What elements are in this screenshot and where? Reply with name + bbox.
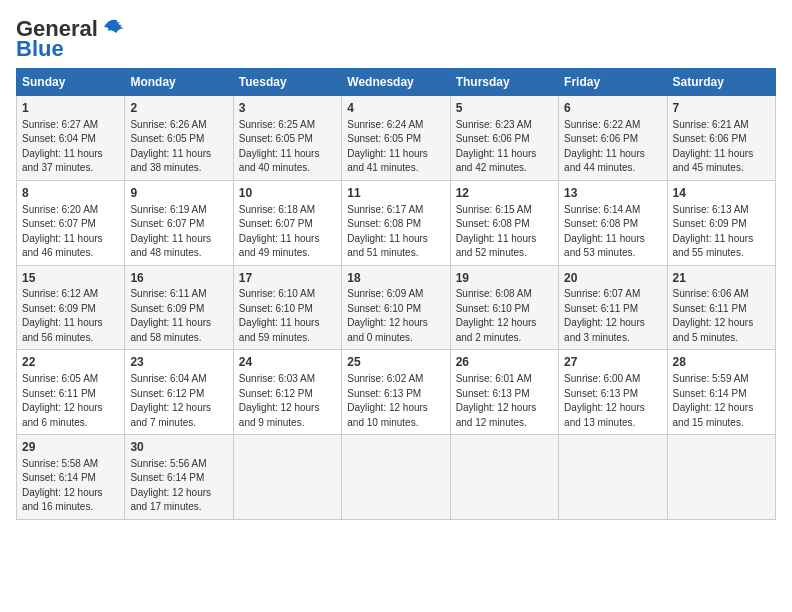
day-number: 1 [22,100,119,117]
calendar-day-cell: 6Sunrise: 6:22 AM Sunset: 6:06 PM Daylig… [559,96,667,181]
calendar-day-cell [233,435,341,520]
calendar-day-cell: 19Sunrise: 6:08 AM Sunset: 6:10 PM Dayli… [450,265,558,350]
day-number: 4 [347,100,444,117]
day-number: 17 [239,270,336,287]
day-info: Sunrise: 6:03 AM Sunset: 6:12 PM Dayligh… [239,372,336,430]
calendar-day-cell: 23Sunrise: 6:04 AM Sunset: 6:12 PM Dayli… [125,350,233,435]
day-info: Sunrise: 5:59 AM Sunset: 6:14 PM Dayligh… [673,372,770,430]
day-info: Sunrise: 6:27 AM Sunset: 6:04 PM Dayligh… [22,118,119,176]
page-header: General Blue [16,16,776,62]
calendar-day-cell: 14Sunrise: 6:13 AM Sunset: 6:09 PM Dayli… [667,180,775,265]
day-number: 2 [130,100,227,117]
day-number: 9 [130,185,227,202]
day-info: Sunrise: 6:13 AM Sunset: 6:09 PM Dayligh… [673,203,770,261]
calendar-day-cell: 25Sunrise: 6:02 AM Sunset: 6:13 PM Dayli… [342,350,450,435]
day-info: Sunrise: 6:26 AM Sunset: 6:05 PM Dayligh… [130,118,227,176]
day-number: 21 [673,270,770,287]
calendar-day-cell: 8Sunrise: 6:20 AM Sunset: 6:07 PM Daylig… [17,180,125,265]
calendar-week-row: 29Sunrise: 5:58 AM Sunset: 6:14 PM Dayli… [17,435,776,520]
calendar-day-cell: 4Sunrise: 6:24 AM Sunset: 6:05 PM Daylig… [342,96,450,181]
calendar-day-cell: 20Sunrise: 6:07 AM Sunset: 6:11 PM Dayli… [559,265,667,350]
day-info: Sunrise: 6:05 AM Sunset: 6:11 PM Dayligh… [22,372,119,430]
day-info: Sunrise: 6:02 AM Sunset: 6:13 PM Dayligh… [347,372,444,430]
calendar-day-cell: 9Sunrise: 6:19 AM Sunset: 6:07 PM Daylig… [125,180,233,265]
calendar-day-cell: 5Sunrise: 6:23 AM Sunset: 6:06 PM Daylig… [450,96,558,181]
day-info: Sunrise: 6:21 AM Sunset: 6:06 PM Dayligh… [673,118,770,176]
day-number: 28 [673,354,770,371]
day-info: Sunrise: 6:04 AM Sunset: 6:12 PM Dayligh… [130,372,227,430]
day-info: Sunrise: 6:23 AM Sunset: 6:06 PM Dayligh… [456,118,553,176]
day-info: Sunrise: 6:20 AM Sunset: 6:07 PM Dayligh… [22,203,119,261]
day-number: 19 [456,270,553,287]
calendar-day-cell: 30Sunrise: 5:56 AM Sunset: 6:14 PM Dayli… [125,435,233,520]
day-info: Sunrise: 6:06 AM Sunset: 6:11 PM Dayligh… [673,287,770,345]
day-info: Sunrise: 6:10 AM Sunset: 6:10 PM Dayligh… [239,287,336,345]
calendar-day-cell: 2Sunrise: 6:26 AM Sunset: 6:05 PM Daylig… [125,96,233,181]
calendar-day-cell [450,435,558,520]
day-number: 11 [347,185,444,202]
weekday-header: Wednesday [342,69,450,96]
day-number: 16 [130,270,227,287]
day-number: 5 [456,100,553,117]
day-number: 3 [239,100,336,117]
day-info: Sunrise: 6:07 AM Sunset: 6:11 PM Dayligh… [564,287,661,345]
weekday-header: Tuesday [233,69,341,96]
day-number: 13 [564,185,661,202]
weekday-header: Saturday [667,69,775,96]
logo-blue: Blue [16,36,64,62]
calendar-day-cell: 22Sunrise: 6:05 AM Sunset: 6:11 PM Dayli… [17,350,125,435]
calendar-day-cell: 13Sunrise: 6:14 AM Sunset: 6:08 PM Dayli… [559,180,667,265]
calendar-day-cell [667,435,775,520]
day-number: 12 [456,185,553,202]
calendar-day-cell: 15Sunrise: 6:12 AM Sunset: 6:09 PM Dayli… [17,265,125,350]
day-number: 22 [22,354,119,371]
day-info: Sunrise: 6:17 AM Sunset: 6:08 PM Dayligh… [347,203,444,261]
logo-bird-icon [100,15,132,39]
day-info: Sunrise: 5:56 AM Sunset: 6:14 PM Dayligh… [130,457,227,515]
day-number: 30 [130,439,227,456]
day-info: Sunrise: 6:19 AM Sunset: 6:07 PM Dayligh… [130,203,227,261]
weekday-header: Sunday [17,69,125,96]
day-info: Sunrise: 6:15 AM Sunset: 6:08 PM Dayligh… [456,203,553,261]
day-number: 8 [22,185,119,202]
calendar-day-cell: 24Sunrise: 6:03 AM Sunset: 6:12 PM Dayli… [233,350,341,435]
calendar-day-cell: 3Sunrise: 6:25 AM Sunset: 6:05 PM Daylig… [233,96,341,181]
weekday-header: Monday [125,69,233,96]
calendar-day-cell: 18Sunrise: 6:09 AM Sunset: 6:10 PM Dayli… [342,265,450,350]
weekday-header: Friday [559,69,667,96]
day-number: 15 [22,270,119,287]
day-info: Sunrise: 6:14 AM Sunset: 6:08 PM Dayligh… [564,203,661,261]
day-number: 18 [347,270,444,287]
calendar-day-cell: 26Sunrise: 6:01 AM Sunset: 6:13 PM Dayli… [450,350,558,435]
day-info: Sunrise: 6:01 AM Sunset: 6:13 PM Dayligh… [456,372,553,430]
calendar-day-cell: 17Sunrise: 6:10 AM Sunset: 6:10 PM Dayli… [233,265,341,350]
day-info: Sunrise: 6:24 AM Sunset: 6:05 PM Dayligh… [347,118,444,176]
day-number: 26 [456,354,553,371]
calendar-day-cell: 16Sunrise: 6:11 AM Sunset: 6:09 PM Dayli… [125,265,233,350]
day-info: Sunrise: 6:25 AM Sunset: 6:05 PM Dayligh… [239,118,336,176]
day-info: Sunrise: 6:22 AM Sunset: 6:06 PM Dayligh… [564,118,661,176]
calendar-week-row: 15Sunrise: 6:12 AM Sunset: 6:09 PM Dayli… [17,265,776,350]
day-number: 25 [347,354,444,371]
day-number: 29 [22,439,119,456]
calendar-day-cell [342,435,450,520]
day-info: Sunrise: 6:11 AM Sunset: 6:09 PM Dayligh… [130,287,227,345]
day-number: 7 [673,100,770,117]
day-info: Sunrise: 6:12 AM Sunset: 6:09 PM Dayligh… [22,287,119,345]
day-info: Sunrise: 6:00 AM Sunset: 6:13 PM Dayligh… [564,372,661,430]
calendar-day-cell: 12Sunrise: 6:15 AM Sunset: 6:08 PM Dayli… [450,180,558,265]
day-number: 6 [564,100,661,117]
calendar-day-cell: 28Sunrise: 5:59 AM Sunset: 6:14 PM Dayli… [667,350,775,435]
day-number: 24 [239,354,336,371]
day-info: Sunrise: 5:58 AM Sunset: 6:14 PM Dayligh… [22,457,119,515]
day-number: 23 [130,354,227,371]
calendar-day-cell: 29Sunrise: 5:58 AM Sunset: 6:14 PM Dayli… [17,435,125,520]
day-number: 20 [564,270,661,287]
calendar-day-cell: 1Sunrise: 6:27 AM Sunset: 6:04 PM Daylig… [17,96,125,181]
calendar-day-cell: 27Sunrise: 6:00 AM Sunset: 6:13 PM Dayli… [559,350,667,435]
calendar-header-row: SundayMondayTuesdayWednesdayThursdayFrid… [17,69,776,96]
calendar-week-row: 8Sunrise: 6:20 AM Sunset: 6:07 PM Daylig… [17,180,776,265]
calendar-day-cell [559,435,667,520]
day-number: 10 [239,185,336,202]
day-info: Sunrise: 6:18 AM Sunset: 6:07 PM Dayligh… [239,203,336,261]
